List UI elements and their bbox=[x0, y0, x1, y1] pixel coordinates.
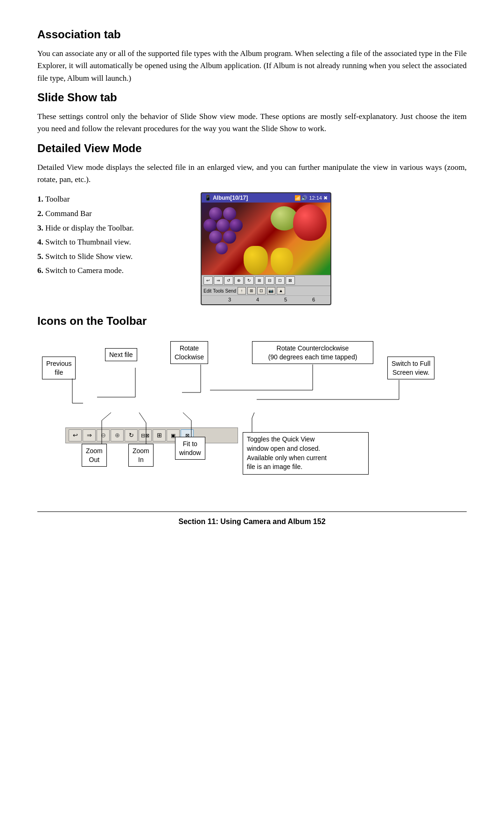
cb-btn3[interactable]: ⊡ bbox=[257, 287, 266, 294]
list-item-3: 3. Hide or display the Toolbar. bbox=[37, 221, 187, 236]
list-item-4: 4. Switch to Thumbnail view. bbox=[37, 235, 187, 250]
phone-image bbox=[202, 203, 330, 275]
apple-shape bbox=[293, 204, 327, 241]
tb-btn-r6[interactable]: ⊡ bbox=[275, 276, 285, 285]
toolbar-diagram: Previousfile Next file RotateClockwise R… bbox=[37, 334, 467, 493]
grapes-shape bbox=[203, 207, 248, 259]
list-item-5: 5. Switch to Slide Show view. bbox=[37, 250, 187, 264]
pear-shape bbox=[244, 246, 268, 275]
tb-btn-r1[interactable]: ↺ bbox=[224, 276, 233, 285]
tb-btn-back[interactable]: ↩ bbox=[203, 276, 213, 285]
tb-zoom-out[interactable]: ⊖ bbox=[97, 429, 110, 441]
num-5: 5 bbox=[284, 297, 287, 302]
pear2-shape bbox=[271, 248, 293, 275]
tb-btn-r3[interactable]: ↻ bbox=[245, 276, 254, 285]
annotation-zoom-out: ZoomOut bbox=[82, 444, 107, 466]
cb-btn4[interactable]: 📷 bbox=[267, 287, 275, 294]
tb-btn-r2[interactable]: ⊕ bbox=[234, 276, 244, 285]
phone-numbers-row: 3 4 5 6 bbox=[202, 295, 330, 304]
toolbar-strip: ↩ ⇒ ⊖ ⊕ ↻ ⊟⊠ ⊞ ▣ ⊠ bbox=[65, 427, 238, 443]
page-footer: Section 11: Using Camera and Album 152 bbox=[37, 511, 467, 526]
svg-line-17 bbox=[252, 413, 254, 418]
detailed-view-section: Detailed View Mode Detailed View mode di… bbox=[37, 142, 467, 306]
tb-rotate-cw[interactable]: ↻ bbox=[125, 429, 138, 441]
phone-toolbar-row1: 1 ↩ ⇒ ↺ ⊕ ↻ ⊞ ⊟ ⊡ ⊠ bbox=[202, 275, 330, 286]
phone-mockup: 📱 Album[10/17] 📶🔊 12:14 ✖ bbox=[201, 192, 331, 305]
phone-titlebar: 📱 Album[10/17] 📶🔊 12:14 ✖ bbox=[202, 193, 330, 203]
phone-icons: 📶🔊 12:14 ✖ bbox=[294, 195, 328, 201]
annotation-fit-window: Fit towindow bbox=[175, 437, 205, 459]
footer-text: Section 11: Using Camera and Album 152 bbox=[178, 518, 325, 525]
association-tab-body: You can associate any or all of the supp… bbox=[37, 48, 467, 84]
tb-fit[interactable]: ⊟⊠ bbox=[139, 429, 152, 441]
num-6: 6 bbox=[312, 297, 315, 302]
tb-btn-r5[interactable]: ⊟ bbox=[265, 276, 274, 285]
slide-show-tab-body: These settings control only the behavior… bbox=[37, 111, 467, 135]
list-item-6: 6. Switch to Camera mode. bbox=[37, 264, 187, 278]
cb-btn2[interactable]: ⊞ bbox=[247, 287, 256, 294]
icons-toolbar-section: Icons on the Toolbar Previousfile Next f… bbox=[37, 315, 467, 493]
cb-btn5[interactable]: ▲ bbox=[277, 287, 285, 294]
detailed-view-content: 1. Toolbar 2. Command Bar 3. Hide or dis… bbox=[37, 192, 467, 305]
num-4: 4 bbox=[256, 297, 259, 302]
tb-zoom-in[interactable]: ⊕ bbox=[111, 429, 124, 441]
cb-tools[interactable]: Tools bbox=[213, 288, 224, 294]
slide-show-tab-section: Slide Show tab These settings control on… bbox=[37, 91, 467, 135]
slide-show-tab-heading: Slide Show tab bbox=[37, 91, 467, 104]
tb-grid[interactable]: ⊞ bbox=[153, 429, 166, 441]
annotation-zoom-in: ZoomIn bbox=[128, 444, 154, 466]
annotation-full-screen: Switch to FullScreen view. bbox=[387, 357, 434, 379]
phone-commandbar: 2 Edit Tools Send ↑ ⊞ ⊡ 📷 ▲ bbox=[202, 286, 330, 295]
tb-btn-fwd[interactable]: ⇒ bbox=[214, 276, 223, 285]
annotation-prev-file: Previousfile bbox=[42, 357, 76, 379]
list-item-2: 2. Command Bar bbox=[37, 207, 187, 221]
detailed-view-intro: Detailed View mode displays the selected… bbox=[37, 161, 467, 186]
cb-send[interactable]: Send bbox=[225, 288, 236, 294]
detailed-view-list: 1. Toolbar 2. Command Bar 3. Hide or dis… bbox=[37, 192, 187, 278]
annotation-rotate-ccw: Rotate Counterclockwise(90 degrees each … bbox=[252, 341, 373, 364]
association-tab-heading: Association tab bbox=[37, 28, 467, 41]
num-3: 3 bbox=[228, 297, 231, 302]
detailed-view-heading: Detailed View Mode bbox=[37, 142, 467, 155]
cb-btn1[interactable]: ↑ bbox=[238, 287, 246, 294]
tb-btn-r4[interactable]: ⊞ bbox=[255, 276, 264, 285]
list-item-1: 1. Toolbar bbox=[37, 192, 187, 207]
annotation-next-file: Next file bbox=[105, 348, 137, 361]
phone-title: 📱 Album[10/17] bbox=[204, 195, 248, 201]
cb-edit[interactable]: Edit bbox=[203, 288, 211, 294]
icons-toolbar-heading: Icons on the Toolbar bbox=[37, 315, 467, 328]
annotation-rotate-cw: RotateClockwise bbox=[170, 341, 208, 364]
tb-prev[interactable]: ↩ bbox=[69, 429, 82, 441]
annotation-quick-view: Toggles the Quick Viewwindow open and cl… bbox=[243, 432, 369, 474]
tb-btn-r7[interactable]: ⊠ bbox=[286, 276, 295, 285]
association-tab-section: Association tab You can associate any or… bbox=[37, 28, 467, 84]
tb-next[interactable]: ⇒ bbox=[83, 429, 96, 441]
